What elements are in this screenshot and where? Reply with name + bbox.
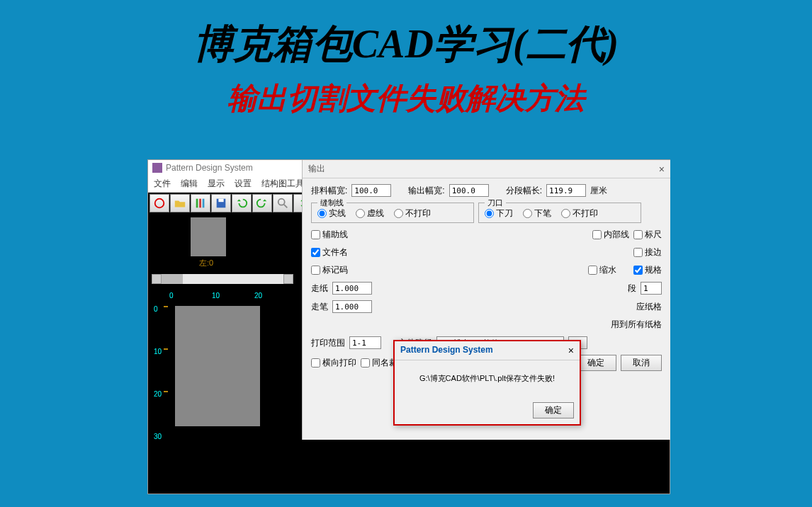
input-segment-length[interactable] [546, 184, 586, 197]
input-layout-width[interactable] [351, 184, 391, 197]
svg-rect-5 [218, 199, 223, 203]
label-seg: 段 [628, 283, 636, 295]
check-horizprint[interactable]: 横向打印 [311, 357, 356, 369]
svg-rect-1 [196, 199, 198, 208]
page-title-sub: 输出切割文件失败解决方法 [0, 79, 812, 118]
svg-rect-3 [203, 199, 205, 208]
scroll-left-icon[interactable] [152, 274, 162, 284]
menu-display[interactable]: 显示 [208, 178, 225, 190]
tick [164, 306, 168, 307]
ruler-canvas: 0 10 20 0 10 20 30 [154, 292, 295, 483]
label-unit: 厘米 [590, 185, 607, 197]
piece-thumbnail[interactable] [191, 217, 226, 256]
label-penfeed: 走笔 [311, 301, 328, 313]
scroll-track[interactable] [162, 274, 283, 284]
tool-bars-icon[interactable] [191, 194, 210, 212]
radio-noprint1[interactable]: 不打印 [394, 207, 431, 220]
menu-file[interactable]: 文件 [154, 178, 171, 190]
ruler-horizontal: 0 10 20 [162, 292, 295, 302]
input-seg[interactable] [641, 282, 662, 295]
tick [164, 391, 168, 392]
svg-point-0 [155, 199, 164, 208]
close-icon[interactable]: × [659, 164, 665, 175]
tool-zoom-icon[interactable] [273, 194, 293, 212]
radio-dashed[interactable]: 虚线 [356, 207, 384, 220]
radio-pen[interactable]: 下笔 [523, 207, 551, 220]
label-segment-length: 分段幅长: [506, 185, 542, 197]
menu-edit[interactable]: 编辑 [181, 178, 198, 190]
alert-dialog: Pattern Design System × G:\博克CAD软件\PLT\.… [393, 340, 581, 426]
svg-point-6 [278, 199, 285, 205]
scroll-thumb[interactable] [162, 274, 183, 284]
tool-save-icon[interactable] [211, 194, 231, 212]
cancel-button[interactable]: 取消 [621, 355, 662, 371]
label-output-width: 输出幅宽: [408, 185, 444, 197]
input-output-width[interactable] [449, 184, 489, 197]
app-title: Pattern Design System [166, 163, 253, 173]
label-layout-width: 排料幅宽: [311, 185, 347, 197]
check-auxline[interactable]: 辅助线 [311, 229, 348, 241]
radio-solid[interactable]: 实线 [317, 207, 346, 220]
svg-rect-2 [199, 199, 201, 208]
group-sewing-line: 缝制线 实线 虚线 不打印 [311, 203, 474, 223]
input-penfeed[interactable] [332, 300, 372, 313]
tick [164, 348, 168, 350]
check-spec[interactable]: 规格 [633, 264, 662, 276]
tool-circle-red-icon[interactable] [150, 194, 169, 212]
label-range: 打印范围 [311, 337, 345, 349]
input-paperfeed[interactable] [332, 282, 372, 295]
check-shrink[interactable]: 缩水 [588, 264, 616, 276]
tool-open-icon[interactable] [170, 194, 190, 212]
check-markcode[interactable]: 标记码 [311, 264, 348, 276]
ok-button[interactable]: 确定 [575, 355, 616, 371]
output-title: 输出 × [303, 160, 670, 178]
radio-noprint2[interactable]: 不打印 [561, 207, 598, 220]
left-label: 左:0 [199, 258, 213, 268]
app-icon [152, 163, 162, 173]
canvas-left-panel: 左:0 0 10 20 0 10 20 30 [148, 214, 301, 494]
input-range[interactable] [349, 336, 381, 349]
pattern-piece[interactable] [175, 306, 260, 426]
alert-ok-button[interactable]: 确定 [533, 402, 574, 418]
menu-settings[interactable]: 设置 [235, 178, 252, 190]
alert-close-icon[interactable]: × [568, 345, 574, 356]
label-applyall: 用到所有纸格 [611, 319, 662, 331]
app-window: Pattern Design System 文件 编辑 显示 设置 结构图工具 … [147, 159, 670, 494]
check-filename[interactable]: 文件名 [311, 246, 348, 258]
alert-message: G:\博克CAD软件\PLT\.plt保存文件失败! [395, 360, 580, 397]
ruler-vertical: 0 10 20 30 [154, 302, 162, 483]
scroll-right-icon[interactable] [283, 274, 293, 284]
check-innerline[interactable]: 内部线 [592, 229, 629, 241]
group-notch: 刀口 下刀 下笔 不打印 [478, 203, 641, 223]
label-segpaper: 应纸格 [636, 301, 662, 313]
tool-undo-icon[interactable] [232, 194, 252, 212]
check-joinedge[interactable]: 接边 [633, 246, 662, 258]
radio-knife[interactable]: 下刀 [485, 207, 513, 220]
label-paperfeed: 走纸 [311, 283, 328, 295]
menu-struct-tools[interactable]: 结构图工具 [261, 178, 304, 190]
horizontal-scrollbar[interactable] [152, 274, 293, 284]
check-ruler[interactable]: 标尺 [633, 229, 662, 241]
svg-line-7 [284, 205, 288, 208]
tool-redo-icon[interactable] [252, 194, 272, 212]
page-title-main: 博克箱包CAD学习(二代) [0, 18, 812, 72]
alert-titlebar: Pattern Design System × [395, 341, 580, 360]
